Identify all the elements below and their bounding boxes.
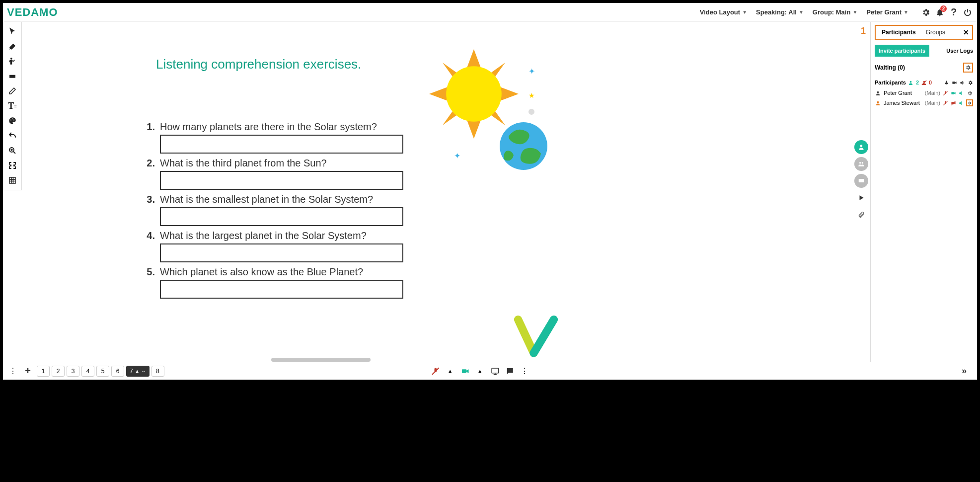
notifications-icon[interactable]: 2 [934, 7, 945, 18]
zoom-tool[interactable] [3, 143, 21, 158]
mic-off-icon[interactable] [942, 100, 948, 106]
answer-input[interactable] [160, 135, 403, 154]
row-settings-icon[interactable] [966, 99, 973, 106]
mic-off-icon[interactable] [430, 366, 441, 377]
fitscreen-tool[interactable] [3, 158, 21, 173]
chevron-up-icon[interactable]: ▲ [474, 366, 485, 377]
shape-tool[interactable] [3, 69, 21, 83]
undo-tool[interactable] [3, 128, 21, 143]
speaking-menu[interactable]: Speaking: All ▼ [756, 8, 804, 16]
page-button[interactable]: 1 [37, 366, 50, 377]
page-button-active[interactable]: 7 ▲ ↔ [126, 366, 150, 377]
rail-attach-icon[interactable] [854, 208, 868, 222]
user-menu[interactable]: Peter Grant ▼ [866, 8, 908, 16]
page-button[interactable]: 3 [67, 366, 79, 377]
waiting-label: Waiting (0) [875, 64, 905, 71]
help-icon[interactable]: ? [948, 7, 959, 18]
bottombar: ⋮ + 1 2 3 4 5 6 7 ▲ ↔ 8 ▲ ▲ ⋮ » [3, 362, 977, 380]
waiting-settings-button[interactable] [963, 63, 973, 73]
grid-tool[interactable] [3, 173, 21, 188]
chat-icon[interactable] [504, 366, 515, 377]
svg-rect-20 [859, 179, 864, 182]
camera-icon[interactable] [951, 80, 957, 85]
speaker-icon[interactable] [959, 80, 965, 85]
page-button[interactable]: 8 [151, 366, 164, 377]
close-icon[interactable]: ✕ [961, 28, 971, 36]
rail-group-icon[interactable] [854, 157, 868, 171]
question-row: 5. Which planet is also know as the Blue… [143, 266, 403, 278]
online-count: 2 [916, 80, 919, 85]
more-icon[interactable]: ⋮ [519, 366, 530, 377]
svg-point-4 [13, 120, 14, 121]
text-tool[interactable]: T≡ [3, 98, 21, 113]
question-text: How many planets are there in the Solar … [160, 121, 377, 133]
page-button[interactable]: 5 [96, 366, 109, 377]
page-button[interactable]: 4 [81, 366, 94, 377]
group-menu[interactable]: Group: Main ▼ [813, 8, 857, 16]
participant-row[interactable]: Peter Grant (Main) [875, 89, 973, 96]
presenter-tool[interactable] [3, 54, 21, 69]
brush-tool[interactable] [3, 39, 21, 54]
participant-room: (Main) [925, 100, 940, 106]
answer-input[interactable] [160, 207, 403, 226]
svg-rect-6 [9, 177, 15, 183]
speaker-on-icon[interactable] [958, 90, 964, 96]
rail-participant-icon[interactable] [854, 140, 868, 154]
participant-row[interactable]: James Stewart (Main) [875, 99, 973, 106]
v-logo-illustration [514, 315, 558, 360]
eraser-tool[interactable] [3, 83, 21, 98]
group-label: Group: Main [813, 8, 851, 16]
chevron-down-icon: ▼ [852, 9, 857, 15]
mic-off-icon[interactable] [942, 90, 948, 96]
gear-icon[interactable] [967, 80, 973, 85]
person-off-icon [921, 80, 927, 85]
settings-icon[interactable] [920, 7, 931, 18]
participant-room: (Main) [925, 90, 940, 96]
rail-screen-icon[interactable] [854, 174, 868, 188]
page-button[interactable]: 6 [111, 366, 124, 377]
svg-marker-7 [467, 49, 481, 67]
question-number: 5. [143, 266, 155, 278]
question-text: What is the smallest planet in the Solar… [160, 194, 373, 205]
tab-groups[interactable]: Groups [921, 27, 950, 38]
video-layout-menu[interactable]: Video Layout ▼ [700, 8, 747, 16]
question-row: 4. What is the largest planet in the Sol… [143, 230, 403, 241]
mic-icon[interactable] [943, 80, 949, 85]
row-settings-icon[interactable] [966, 89, 973, 96]
tab-participants[interactable]: Participants [877, 27, 921, 38]
screenshare-icon[interactable] [489, 366, 500, 377]
question-row: 3. What is the smallest planet in the So… [143, 194, 403, 205]
notification-count: 2 [940, 5, 947, 12]
camera-on-icon[interactable] [950, 90, 956, 96]
answer-input[interactable] [160, 243, 403, 262]
person-icon [875, 90, 881, 96]
speaker-on-icon[interactable] [958, 100, 964, 106]
star-decor: ★ [528, 91, 531, 94]
palette-tool[interactable] [3, 113, 21, 128]
userlogs-link[interactable]: User Logs [946, 48, 973, 54]
question-number: 4. [143, 230, 155, 241]
power-icon[interactable] [962, 7, 973, 18]
svg-point-16 [500, 122, 547, 170]
camera-off-icon[interactable] [950, 100, 956, 106]
question-text: What is the largest planet in the Solar … [160, 230, 367, 241]
answer-input[interactable] [160, 280, 403, 299]
page-button[interactable]: 2 [52, 366, 65, 377]
horizontal-scrollbar[interactable] [271, 358, 371, 362]
add-page-button[interactable]: + [22, 365, 34, 377]
pointer-tool[interactable] [3, 24, 21, 39]
question-text: What is the third planet from the Sun? [160, 158, 327, 169]
whiteboard[interactable]: Listening comprehension exercises. 1. Ho… [22, 22, 850, 362]
chevron-up-icon[interactable]: ▲ [135, 369, 140, 374]
invite-button[interactable]: Invite participants [875, 45, 929, 57]
more-icon[interactable]: ⋮ [7, 365, 19, 377]
answer-input[interactable] [160, 171, 403, 190]
rail-play-icon[interactable] [854, 191, 868, 205]
user-label: Peter Grant [866, 8, 902, 16]
move-icon[interactable]: ↔ [142, 369, 146, 374]
camera-on-icon[interactable] [459, 366, 470, 377]
chevron-up-icon[interactable]: ▲ [445, 366, 455, 377]
svg-point-30 [877, 101, 879, 103]
expand-icon[interactable]: » [958, 365, 970, 377]
participants-header: Participants 2 0 [875, 80, 973, 85]
